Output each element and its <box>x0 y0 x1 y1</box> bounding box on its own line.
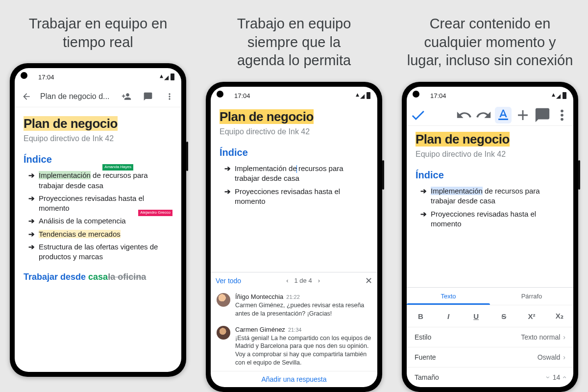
toc-item: Amanda Hayes ➔ Implementación de recurso… <box>24 169 172 192</box>
camera-hole <box>217 91 223 98</box>
battery-icon <box>563 92 566 99</box>
avatar <box>217 326 230 340</box>
comment-icon[interactable] <box>534 107 551 123</box>
status-time: 17:04 <box>430 92 446 99</box>
doc-heading: Plan de negocio <box>24 116 118 131</box>
tab-paragraph[interactable]: Párrafo <box>490 288 573 305</box>
highlighted-word: Implementación <box>39 171 91 179</box>
decrease-size-icon[interactable]: › <box>544 376 552 379</box>
insert-icon[interactable] <box>514 107 531 123</box>
close-icon[interactable]: ✕ <box>365 275 372 286</box>
collaborator-tag: Amanda Hayes <box>102 164 133 171</box>
text-cursor <box>296 165 297 173</box>
tab-indicator <box>407 303 490 305</box>
comment[interactable]: Íñigo Montecchia21:22 Carmen Giménez, ¿p… <box>211 289 377 322</box>
comment-time: 21:22 <box>286 294 300 300</box>
doc-title-truncated: Plan de negocio d... <box>40 92 113 101</box>
toc-item: Alejandro Grecco ➔Análisis de la compete… <box>24 215 172 227</box>
doc-heading: Plan de negocio <box>220 109 314 124</box>
text-format-icon[interactable] <box>495 107 512 123</box>
font-row[interactable]: Fuente Oswald› <box>407 347 573 367</box>
arrow-icon: ➔ <box>224 164 231 184</box>
phone-mock-1: 17:04 Plan de negocio d... Plan de negoc… <box>10 63 186 377</box>
edit-toolbar <box>407 104 573 126</box>
status-bar: 17:04 <box>15 68 181 86</box>
tagline-2: Trabajo en equipo siempre que la agenda … <box>232 15 356 70</box>
doc-subtitle: Equipo directivo de Ink 42 <box>24 134 172 143</box>
doc-heading: Plan de negocio <box>416 132 510 147</box>
chevron-right-icon: › <box>563 353 565 361</box>
toc-heading: Índice <box>24 154 172 165</box>
comment-text: ¡Está genial! La he compartido con los e… <box>235 334 371 368</box>
document-body[interactable]: Plan de negocio Equipo directivo de Ink … <box>211 104 377 272</box>
comment-icon[interactable] <box>140 89 156 104</box>
document-body[interactable]: Plan de negocio Equipo directivo de Ink … <box>15 107 181 372</box>
comments-panel: Ver todo ‹ 1 de 4 › ✕ Íñigo Montecchia21… <box>211 272 377 387</box>
comment-author: Íñigo Montecchia <box>235 293 283 300</box>
style-row[interactable]: Estilo Texto normal› <box>407 327 573 347</box>
italic-button[interactable]: I <box>435 305 463 327</box>
comment-time: 21:34 <box>288 327 302 333</box>
doc-subtitle: Equipo directivo de Ink 42 <box>416 150 564 159</box>
signal-icon <box>360 92 365 99</box>
size-row: Tamaño › 14 › <box>407 367 573 387</box>
avatar <box>217 293 230 307</box>
app-bar: Plan de negocio d... <box>15 86 181 107</box>
tab-text[interactable]: Texto <box>407 288 490 305</box>
chevron-right-icon: › <box>563 333 565 341</box>
status-bar: 17:04 <box>407 87 573 104</box>
wifi-icon <box>552 92 555 99</box>
selected-word: Implementación <box>431 187 483 195</box>
comment-pager: ‹ 1 de 4 › <box>246 277 360 284</box>
underline-button[interactable]: U <box>462 305 490 327</box>
toc-item: ➔Implementación de recursos para trabaja… <box>416 185 564 208</box>
share-person-icon[interactable] <box>119 89 134 104</box>
increase-size-icon[interactable]: › <box>561 376 568 379</box>
status-time: 17:04 <box>234 92 250 99</box>
wifi-icon <box>356 92 359 99</box>
arrow-icon: ➔ <box>224 187 231 207</box>
toc-item: ➔Implementación de recursos para trabaja… <box>220 162 368 185</box>
add-reply-button[interactable]: Añadir una respuesta <box>211 371 377 387</box>
signal-icon <box>556 92 561 99</box>
camera-hole <box>413 91 419 98</box>
done-icon[interactable] <box>410 107 426 123</box>
section-heading: Trabajar desde casala oficina <box>24 272 172 282</box>
back-icon[interactable] <box>19 89 34 104</box>
status-bar: 17:04 <box>211 87 377 104</box>
undo-icon[interactable] <box>456 107 472 123</box>
status-time: 17:04 <box>38 74 54 81</box>
wifi-icon <box>160 73 163 81</box>
comment-author: Carmen Giménez <box>235 326 285 333</box>
comment[interactable]: Carmen Giménez21:34 ¡Está genial! La he … <box>211 322 377 371</box>
next-comment-icon[interactable]: › <box>318 277 320 284</box>
more-icon[interactable] <box>554 107 570 123</box>
comment-text: Carmen Giménez, ¿puedes revisar esta res… <box>235 301 371 318</box>
arrow-icon: ➔ <box>28 194 35 214</box>
doc-subtitle: Equipo directivo de Ink 42 <box>220 127 368 136</box>
tagline-1: Trabajar en equipo en tiempo real <box>24 15 172 51</box>
battery-icon <box>171 74 174 80</box>
superscript-button[interactable]: X² <box>518 305 546 327</box>
subscript-button[interactable]: X₂ <box>545 305 573 327</box>
toc-heading: Índice <box>220 147 368 158</box>
size-value: 14 <box>553 373 561 381</box>
prev-comment-icon[interactable]: ‹ <box>286 277 288 284</box>
arrow-icon: ➔ <box>420 186 427 206</box>
arrow-icon: ➔ <box>28 216 35 226</box>
signal-icon <box>164 74 169 81</box>
arrow-icon: ➔ <box>28 171 35 191</box>
tagline-3: Crear contenido en cualquier momento y l… <box>402 15 578 70</box>
bold-button[interactable]: B <box>407 305 435 327</box>
arrow-icon: ➔ <box>420 209 427 229</box>
toc-item: ➔Tendencias de mercados <box>24 228 172 241</box>
strike-button[interactable]: S <box>490 305 518 327</box>
document-body[interactable]: Plan de negocio Equipo directivo de Ink … <box>407 126 573 287</box>
arrow-icon: ➔ <box>28 229 35 239</box>
toc-item: ➔Proyecciones revisadas hasta el momento <box>416 208 564 231</box>
arrow-icon: ➔ <box>28 242 35 262</box>
see-all-link[interactable]: Ver todo <box>216 277 241 285</box>
format-panel: Texto Párrafo B I U S X² X₂ Estilo <box>407 287 573 387</box>
more-icon[interactable] <box>162 89 177 104</box>
redo-icon[interactable] <box>475 107 492 123</box>
